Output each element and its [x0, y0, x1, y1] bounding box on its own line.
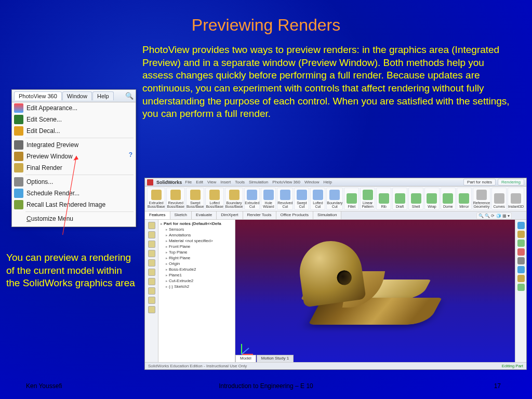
ribbon-swept-cut[interactable]: Swept Cut — [294, 188, 309, 210]
sw-tab-office-products[interactable]: Office Products — [276, 211, 314, 219]
menu-item-label: Final Render — [26, 164, 62, 171]
right-tool-5[interactable] — [517, 266, 525, 273]
right-tool-2[interactable] — [517, 240, 525, 247]
sw-feature-tree[interactable]: Part for notes (Default<<Defa SensorsAnn… — [158, 220, 235, 362]
sidebar-tool-5[interactable] — [148, 269, 155, 276]
tree-item[interactable]: Origin — [161, 261, 233, 267]
search-icon[interactable]: 🔍 — [125, 92, 134, 100]
sidebar-tool-0[interactable] — [148, 222, 155, 229]
sw-menu-window[interactable]: Window — [304, 180, 319, 184]
ribbon-curves[interactable]: Curves — [491, 188, 507, 210]
tree-item[interactable]: Sensors — [161, 227, 233, 232]
sw-menu-photoview360[interactable]: PhotoView 360 — [272, 180, 300, 184]
ribbon-icon — [151, 190, 162, 200]
sw-tab-simulation[interactable]: Simulation — [313, 211, 341, 219]
ribbon-rib[interactable]: Rib — [376, 188, 391, 210]
ribbon-fillet[interactable]: Fillet — [344, 188, 359, 210]
menu-item-final-render[interactable]: Final Render — [12, 162, 136, 174]
sw-menu-edit[interactable]: Edit — [196, 180, 203, 184]
sw-app-name: SolidWorks — [156, 180, 182, 185]
right-tool-7[interactable] — [517, 284, 525, 291]
sw-tab-features[interactable]: Features — [145, 211, 170, 219]
right-tool-3[interactable] — [517, 248, 525, 256]
bottom-tab-motion-study-1[interactable]: Motion Study 1 — [257, 355, 294, 362]
recall-icon — [14, 200, 23, 209]
tree-item[interactable]: Front Plane — [161, 244, 233, 249]
sidebar-tool-3[interactable] — [148, 250, 155, 257]
sw-search-pill[interactable]: Part for notes — [463, 179, 496, 185]
tree-item[interactable]: Boss-Extrude2 — [161, 267, 233, 272]
menu-item-recall[interactable]: Recall Last Rendered Image — [12, 199, 136, 210]
menu-item-int-preview[interactable]: Integrated Preview — [12, 139, 136, 151]
sidebar-tool-9[interactable] — [148, 306, 155, 313]
sw-view-toolbar[interactable]: 🔍 🔍 ⟳ 🧊 ▦ ▾ — [476, 212, 512, 219]
ribbon-reference-geometry[interactable]: Reference Geometry — [473, 188, 490, 210]
sw-titlebar: SolidWorks FileEditViewInsertToolsSimula… — [145, 178, 526, 187]
ribbon-swept-boss-base[interactable]: Swept Boss/Base — [186, 188, 204, 210]
ribbon-linear-pattern[interactable]: Linear Pattern — [360, 188, 375, 210]
ribbon-mirror[interactable]: Mirror — [457, 188, 472, 210]
ribbon-wrap[interactable]: Wrap — [424, 188, 440, 210]
tree-item[interactable]: Cut-Extrude2 — [161, 278, 233, 284]
ribbon-dome[interactable]: Dome — [441, 188, 456, 210]
bottom-tab-model[interactable]: Model — [235, 355, 256, 362]
menu-item-prev-window[interactable]: Preview Window — [12, 151, 136, 162]
ribbon-extruded-cut[interactable]: Extruded Cut — [244, 188, 260, 210]
tab-help[interactable]: Help — [92, 91, 114, 100]
prev-window-icon — [14, 152, 23, 161]
menu-item-options[interactable]: Options... — [12, 176, 136, 188]
right-tool-6[interactable] — [517, 275, 525, 282]
ribbon-revolved-boss-base[interactable]: Revolved Boss/Base — [166, 188, 184, 210]
sw-menu-view[interactable]: View — [207, 180, 216, 184]
menu-item-label: Customize Menu — [26, 215, 73, 222]
menu-item-decal[interactable]: Edit Decal... — [12, 125, 136, 137]
sw-menu-insert[interactable]: Insert — [220, 180, 231, 184]
help-badge-icon[interactable]: ? — [129, 151, 132, 158]
sw-menu-file[interactable]: File — [185, 180, 192, 184]
ribbon-shell[interactable]: Shell — [408, 188, 423, 210]
ribbon-boundary-cut[interactable]: Boundary Cut — [326, 188, 343, 210]
menu-item-customize[interactable]: Customize Menu — [12, 213, 136, 224]
sidebar-tool-8[interactable] — [148, 297, 155, 304]
sw-menu-simulation[interactable]: Simulation — [249, 180, 268, 184]
tree-root[interactable]: Part for notes (Default<<Defa — [161, 221, 233, 227]
tree-item[interactable]: Top Plane — [161, 249, 233, 255]
tree-item[interactable]: Plane1 — [161, 272, 233, 278]
tab-window[interactable]: Window — [62, 91, 92, 100]
ribbon-revolved-cut[interactable]: Revolved Cut — [277, 188, 293, 210]
menu-item-schedule[interactable]: Schedule Render... — [12, 188, 136, 199]
tab-photoview360[interactable]: PhotoView 360 — [14, 91, 62, 100]
sw-tab-sketch[interactable]: Sketch — [170, 211, 192, 219]
tree-item[interactable]: Annotations — [161, 232, 233, 238]
right-tool-4[interactable] — [517, 257, 525, 264]
sidebar-tool-7[interactable] — [148, 287, 155, 295]
tree-item[interactable]: Material <not specified> — [161, 238, 233, 244]
sw-tab-evaluate[interactable]: Evaluate — [192, 211, 217, 219]
ribbon-lofted-cut[interactable]: Lofted Cut — [310, 188, 325, 210]
right-tool-1[interactable] — [517, 231, 525, 238]
sidebar-tool-1[interactable] — [148, 231, 155, 238]
sidebar-tool-6[interactable] — [148, 278, 155, 285]
ribbon-icon — [363, 190, 373, 200]
ribbon-instant-d[interactable]: Instant3D — [508, 188, 524, 210]
ribbon-extruded-boss-base[interactable]: Extruded Boss/Base — [147, 188, 165, 210]
tree-item[interactable]: (-) Sketch2 — [161, 284, 233, 289]
sidebar-tool-4[interactable] — [148, 259, 155, 267]
sw-tab-render-tools[interactable]: Render Tools — [243, 211, 276, 219]
ribbon-lofted-boss-base[interactable]: Lofted Boss/Base — [205, 188, 223, 210]
menu-item-scene[interactable]: Edit Scene... — [12, 114, 136, 125]
right-tool-0[interactable] — [517, 222, 525, 229]
sw-graphics-area[interactable] — [235, 220, 515, 362]
slide-caption: You can preview a rendering of the curre… — [6, 251, 136, 290]
ribbon-icon — [511, 193, 521, 204]
ribbon-hole-wizard[interactable]: Hole Wizard — [261, 188, 276, 210]
scene-icon — [14, 115, 23, 124]
tree-item[interactable]: Right Plane — [161, 255, 233, 261]
sidebar-tool-2[interactable] — [148, 241, 155, 248]
ribbon-boundary-boss-base[interactable]: Boundary Boss/Base — [225, 188, 243, 210]
sw-tab-dimxpert[interactable]: DimXpert — [217, 211, 243, 219]
sw-menu-tools[interactable]: Tools — [235, 180, 245, 184]
menu-item-appearance[interactable]: Edit Appearance... — [12, 102, 136, 114]
ribbon-draft[interactable]: Draft — [392, 188, 407, 210]
sw-menu-help[interactable]: Help — [323, 180, 331, 184]
